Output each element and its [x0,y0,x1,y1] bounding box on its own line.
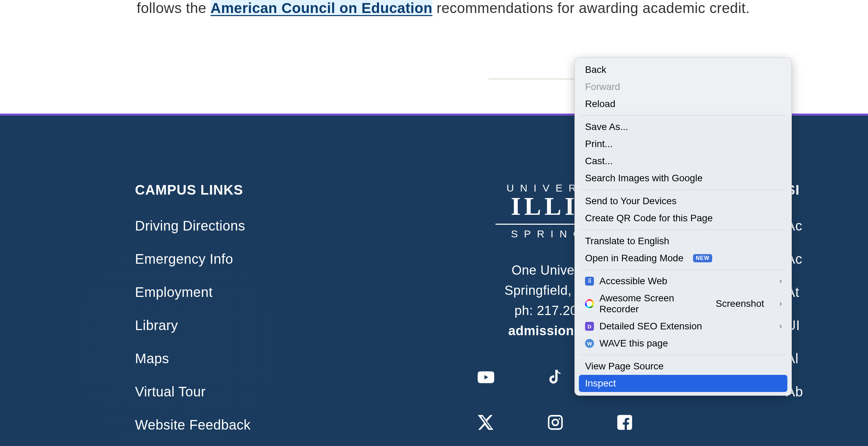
menu-separator [580,229,786,230]
menu-wave[interactable]: W WAVE this page [575,335,791,352]
menu-separator [580,355,786,355]
menu-create-qr[interactable]: Create QR Code for this Page [575,210,791,227]
menu-inspect[interactable]: Inspect [579,375,787,392]
accessible-web-icon: ⠿ [585,277,594,286]
ace-link[interactable]: American Council on Education [211,0,432,16]
menu-separator [580,270,786,270]
menu-accessible-web[interactable]: ⠿ Accessible Web › [575,273,791,290]
menu-awesome-recorder[interactable]: Awesome Screen Recorder Screenshot › [575,290,791,318]
campus-links-column: CAMPUS LINKS Driving Directions Emergenc… [135,182,374,446]
browser-context-menu: Back Forward Reload Save As... Print... … [574,57,792,396]
right-link-3[interactable]: UI [786,318,837,333]
wave-icon: W [585,339,594,348]
detailed-seo-icon: D [585,322,594,331]
instagram-icon[interactable] [546,414,564,431]
page-body-text: follows the American Council on Educatio… [137,0,750,16]
footer-link-emergency[interactable]: Emergency Info [135,251,374,267]
footer-link-library[interactable]: Library [135,318,374,333]
menu-print[interactable]: Print... [575,135,791,153]
right-link-2[interactable]: At [786,285,837,300]
menu-back[interactable]: Back [575,61,791,78]
menu-send-to-devices[interactable]: Send to Your Devices [575,193,791,210]
footer-link-virtual-tour[interactable]: Virtual Tour [135,384,374,399]
footer-link-maps[interactable]: Maps [135,351,374,366]
divider [489,79,574,79]
new-badge: NEW [693,254,712,262]
menu-separator [580,189,786,190]
menu-translate[interactable]: Translate to English [575,233,791,250]
menu-separator [580,115,786,116]
menu-forward: Forward [575,78,791,95]
right-link-4[interactable]: Al [786,351,837,366]
footer-link-website-feedback[interactable]: Website Feedback [135,417,374,433]
right-link-0[interactable]: Ac [786,218,837,234]
right-link-5[interactable]: Ab [786,384,837,399]
menu-reading-mode[interactable]: Open in Reading Mode NEW [575,250,791,267]
menu-cast[interactable]: Cast... [575,153,791,170]
chevron-right-icon: › [779,277,782,286]
menu-view-source[interactable]: View Page Source [575,358,791,375]
text-suffix: recommendations for awarding academic cr… [432,0,750,16]
right-heading: SI [786,182,837,198]
menu-reload[interactable]: Reload [575,95,791,113]
footer-link-driving[interactable]: Driving Directions [135,218,374,234]
chevron-right-icon: › [779,322,782,331]
campus-links-heading: CAMPUS LINKS [135,182,374,198]
footer-link-employment[interactable]: Employment [135,285,374,300]
tiktok-icon[interactable] [546,368,564,386]
facebook-icon[interactable] [616,414,634,431]
awesome-recorder-icon [585,299,594,308]
menu-search-images[interactable]: Search Images with Google [575,170,791,187]
x-twitter-icon[interactable] [477,414,495,431]
chevron-right-icon: › [779,299,782,308]
youtube-icon[interactable] [477,368,495,386]
menu-save-as[interactable]: Save As... [575,118,791,135]
menu-detailed-seo[interactable]: D Detailed SEO Extension › [575,318,791,335]
right-column: SI Ac Ac At UI Al Ab [786,182,837,446]
text-prefix: follows the [137,0,211,16]
right-link-1[interactable]: Ac [786,251,837,267]
